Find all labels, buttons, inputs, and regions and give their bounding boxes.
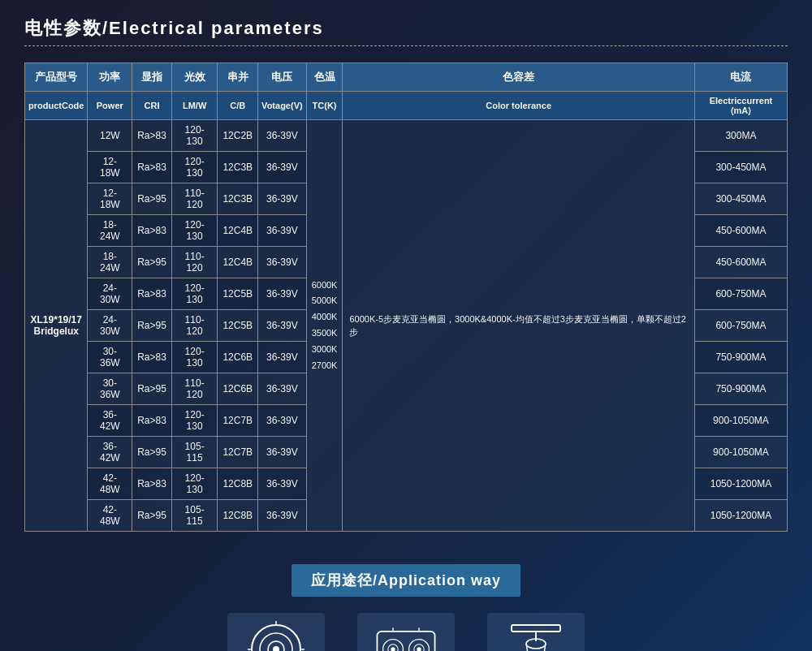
current-cell: 900-1050MA [694,405,787,437]
voltage-cell: 36-39V [258,468,307,500]
col-temp-en: TC(K) [306,92,343,120]
cb-cell: 12C6B [218,373,258,405]
power-cell: 12-18W [88,152,132,183]
col-product-code-cn: 产品型号 [25,63,88,92]
voltage-cell: 36-39V [258,278,307,310]
power-cell: 24-30W [88,278,132,310]
lmw-cell: 105-115 [171,500,218,532]
voltage-cell: 36-39V [258,183,307,215]
col-product-code-en: productCode [25,92,88,120]
cri-cell: Ra>95 [132,500,172,532]
cri-cell: Ra>95 [132,310,172,342]
current-cell: 450-600MA [694,215,787,247]
col-current-cn: 电流 [694,63,787,92]
svg-rect-16 [512,625,560,632]
cri-cell: Ra>95 [132,247,172,278]
cb-cell: 12C4B [218,215,258,247]
col-lmw-cn: 光效 [171,63,218,92]
lmw-cell: 110-120 [171,183,218,215]
current-cell: 600-750MA [694,310,787,342]
voltage-cell: 36-39V [258,152,307,183]
col-voltage-cn: 电压 [258,63,307,92]
app-item-ceiling: Ceiling lamp [227,613,325,651]
svg-point-13 [417,647,421,651]
col-cri-cn: 显指 [132,63,172,92]
current-cell: 900-1050MA [694,437,787,468]
current-cell: 1050-1200MA [694,500,787,532]
cb-cell: 12C3B [218,152,258,183]
cri-cell: Ra>95 [132,373,172,405]
col-tolerance-en: Color tolerance [343,92,694,120]
col-power-en: Power [88,92,132,120]
col-cb-en: C/B [218,92,258,120]
track-lamp-icon [503,621,568,651]
cb-cell: 12C5B [218,310,258,342]
power-cell: 18-24W [88,215,132,247]
voltage-cell: 36-39V [258,500,307,532]
current-cell: 300-450MA [694,183,787,215]
power-cell: 30-36W [88,342,132,373]
application-items: Ceiling lamp [227,613,585,651]
app-item-grille: Grille lamp [357,613,455,651]
grille-lamp-icon-box [357,613,455,651]
cb-cell: 12C7B [218,437,258,468]
cb-cell: 12C2B [218,120,258,152]
cri-cell: Ra>83 [132,152,172,183]
cb-cell: 12C5B [218,278,258,310]
lmw-cell: 105-115 [171,437,218,468]
cri-cell: Ra>95 [132,183,172,215]
current-cell: 1050-1200MA [694,468,787,500]
lmw-cell: 110-120 [171,247,218,278]
col-power-cn: 功率 [88,63,132,92]
cb-cell: 12C6B [218,342,258,373]
header-row-english: productCode Power CRI LM/W C/B Votage(V)… [25,92,788,120]
cb-cell: 12C3B [218,183,258,215]
cb-cell: 12C8B [218,468,258,500]
cri-cell: Ra>83 [132,342,172,373]
electrical-parameters-table: 产品型号 功率 显指 光效 串并 电压 色温 色容差 电流 productCod… [24,63,788,532]
power-cell: 18-24W [88,247,132,278]
current-cell: 600-750MA [694,278,787,310]
header-row-chinese: 产品型号 功率 显指 光效 串并 电压 色温 色容差 电流 [25,63,788,92]
ceiling-lamp-icon [244,621,309,651]
current-cell: 300MA [694,120,787,152]
lmw-cell: 120-130 [171,405,218,437]
col-current-en: Electriccurrent (mA) [694,92,787,120]
voltage-cell: 36-39V [258,437,307,468]
cb-cell: 12C8B [218,500,258,532]
cb-cell: 12C7B [218,405,258,437]
color-temp-cell: 6000K 5000K 4000K 3500K 3000K 2700K [306,120,343,532]
svg-point-3 [273,646,279,651]
lmw-cell: 120-130 [171,278,218,310]
power-cell: 36-42W [88,437,132,468]
voltage-cell: 36-39V [258,342,307,373]
power-cell: 42-48W [88,500,132,532]
product-code-cell: XL19*19/17 Bridgelux [25,120,88,532]
cri-cell: Ra>83 [132,468,172,500]
voltage-cell: 36-39V [258,310,307,342]
app-item-track: Track lamp [487,613,585,651]
current-cell: 750-900MA [694,342,787,373]
voltage-cell: 36-39V [258,247,307,278]
lmw-cell: 110-120 [171,310,218,342]
lmw-cell: 120-130 [171,215,218,247]
power-cell: 24-30W [88,310,132,342]
lmw-cell: 110-120 [171,373,218,405]
power-cell: 12W [88,120,132,152]
power-cell: 36-42W [88,405,132,437]
cri-cell: Ra>95 [132,437,172,468]
voltage-cell: 36-39V [258,405,307,437]
title-divider [24,45,788,46]
grille-lamp-icon [374,621,438,651]
ceiling-lamp-icon-box [227,613,325,651]
current-cell: 450-600MA [694,247,787,278]
table-row: XL19*19/17 Bridgelux12WRa>83120-13012C2B… [25,120,788,152]
application-section: 应用途径/Application way Ceiling lamp [24,564,788,651]
color-tolerance-cell: 6000K-5步麦克亚当椭圆，3000K&4000K-均值不超过3步麦克亚当椭圆… [343,120,694,532]
cri-cell: Ra>83 [132,405,172,437]
col-cri-en: CRI [132,92,172,120]
cri-cell: Ra>83 [132,278,172,310]
power-cell: 42-48W [88,468,132,500]
current-cell: 300-450MA [694,152,787,183]
lmw-cell: 120-130 [171,152,218,183]
